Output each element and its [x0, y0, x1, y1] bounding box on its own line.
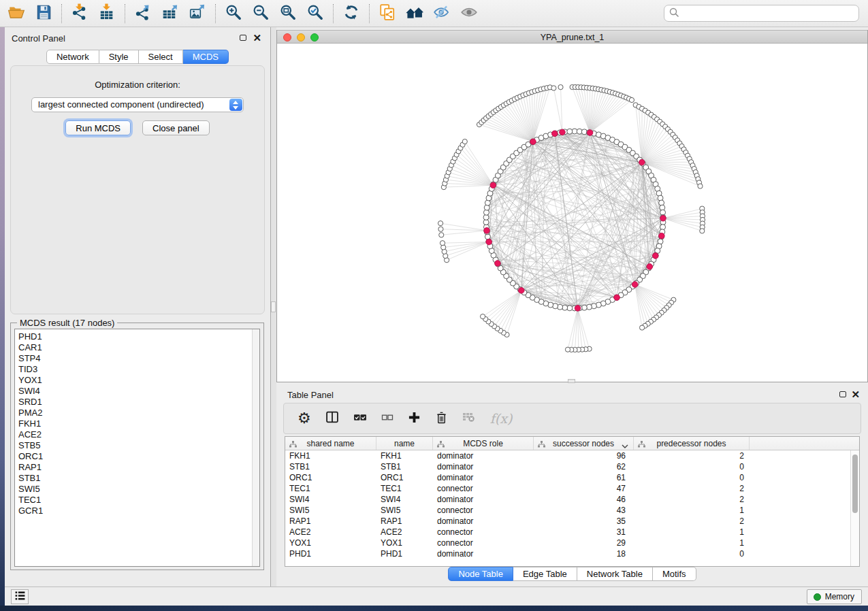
table-cell[interactable]: ACE2: [285, 527, 376, 538]
mcds-result-item[interactable]: RAP1: [18, 462, 250, 473]
close-panel-icon[interactable]: ✕: [851, 391, 860, 398]
close-panel-button[interactable]: Close panel: [142, 120, 210, 135]
table-scrollbar-thumb[interactable]: [852, 455, 858, 513]
table-row[interactable]: TEC1TEC1connector472: [285, 483, 859, 494]
mcds-result-item[interactable]: STB1: [18, 473, 250, 484]
fit-content-button[interactable]: [274, 3, 302, 24]
table-cell[interactable]: SWI4: [285, 494, 376, 505]
select-all-rows-button[interactable]: [353, 412, 367, 426]
mcds-result-item[interactable]: FKH1: [18, 418, 250, 429]
tab-node-table[interactable]: Node Table: [448, 567, 513, 581]
mcds-result-item[interactable]: TEC1: [18, 495, 250, 506]
table-cell[interactable]: 1: [634, 527, 750, 538]
network-canvas[interactable]: [277, 44, 867, 381]
zoom-selected-button[interactable]: [302, 3, 329, 24]
table-cell[interactable]: TEC1: [376, 483, 433, 494]
table-cell[interactable]: 61: [534, 472, 634, 483]
table-cell[interactable]: 0: [634, 461, 750, 472]
table-scrollbar[interactable]: [850, 450, 859, 566]
table-cell[interactable]: dominator: [433, 472, 534, 483]
table-cell[interactable]: STB1: [285, 461, 376, 472]
horizontal-splitter[interactable]: [276, 382, 868, 386]
close-panel-icon[interactable]: ✕: [253, 35, 261, 42]
mcds-result-item[interactable]: SWI5: [18, 484, 250, 495]
table-cell[interactable]: 2: [634, 494, 750, 505]
save-session-button[interactable]: [30, 3, 57, 24]
mcds-result-item[interactable]: YOX1: [18, 375, 250, 386]
table-cell[interactable]: 31: [534, 527, 634, 538]
table-cell[interactable]: STB1: [376, 461, 433, 472]
vertical-splitter[interactable]: [271, 27, 276, 587]
table-cell[interactable]: 43: [534, 505, 634, 516]
table-cell[interactable]: PHD1: [376, 548, 433, 559]
column-header-shared-name[interactable]: shared name: [285, 437, 376, 450]
table-row[interactable]: STB1STB1dominator620: [285, 461, 859, 472]
table-row[interactable]: YOX1YOX1connector291: [285, 538, 859, 548]
table-row[interactable]: SWI4SWI4dominator462: [285, 494, 859, 505]
table-cell[interactable]: ACE2: [376, 527, 433, 538]
table-cell[interactable]: 29: [534, 538, 634, 548]
table-cell[interactable]: 2: [634, 483, 750, 494]
table-cell[interactable]: ORC1: [376, 472, 433, 483]
table-cell[interactable]: 35: [534, 516, 634, 527]
table-cell[interactable]: dominator: [433, 548, 534, 559]
table-cell[interactable]: 2: [634, 516, 750, 527]
table-cell[interactable]: dominator: [433, 516, 534, 527]
create-column-button[interactable]: [408, 411, 421, 427]
table-cell[interactable]: FKH1: [376, 450, 433, 461]
table-cell[interactable]: 18: [534, 548, 634, 559]
table-cell[interactable]: RAP1: [376, 516, 433, 527]
table-row[interactable]: FKH1FKH1dominator962: [285, 450, 859, 461]
table-row[interactable]: PHD1PHD1dominator180: [285, 548, 859, 559]
zoom-in-button[interactable]: [220, 3, 247, 24]
tab-mcds[interactable]: MCDS: [183, 50, 229, 64]
export-network-button[interactable]: [129, 3, 157, 24]
mcds-result-item[interactable]: SRD1: [18, 397, 250, 408]
table-cell[interactable]: RAP1: [285, 516, 376, 527]
mcds-result-item[interactable]: PMA2: [18, 408, 250, 418]
tab-select[interactable]: Select: [139, 50, 183, 64]
table-cell[interactable]: YOX1: [285, 538, 376, 548]
deselect-all-rows-button[interactable]: [381, 412, 393, 425]
mcds-result-item[interactable]: ORC1: [18, 451, 250, 462]
run-mcds-button[interactable]: Run MCDS: [65, 120, 131, 135]
mcds-result-item[interactable]: GCR1: [18, 506, 250, 516]
splitter-grip[interactable]: [568, 379, 575, 383]
table-cell[interactable]: ORC1: [285, 472, 376, 483]
search-input[interactable]: [682, 6, 854, 20]
apply-function-button[interactable]: f(x): [490, 411, 513, 426]
tab-network-table[interactable]: Network Table: [577, 567, 653, 581]
mcds-result-item[interactable]: PHD1: [18, 331, 250, 342]
table-cell[interactable]: SWI5: [376, 505, 433, 516]
table-cell[interactable]: connector: [433, 483, 534, 494]
mcds-result-item[interactable]: STB5: [18, 440, 250, 451]
show-all-button[interactable]: [455, 3, 483, 24]
tab-edge-table[interactable]: Edge Table: [513, 567, 577, 581]
table-cell[interactable]: 2: [634, 450, 750, 461]
table-cell[interactable]: dominator: [433, 450, 534, 461]
table-cell[interactable]: YOX1: [376, 538, 433, 548]
task-history-button[interactable]: [11, 589, 29, 604]
import-network-button[interactable]: [66, 3, 93, 24]
column-header-predecessor-nodes[interactable]: predecessor nodes: [634, 437, 750, 450]
refresh-layout-button[interactable]: [338, 3, 365, 24]
splitter-grip[interactable]: [271, 301, 276, 312]
table-cell[interactable]: 62: [534, 461, 634, 472]
hide-selected-button[interactable]: [428, 3, 455, 24]
first-neighbors-button[interactable]: [401, 3, 428, 24]
mcds-result-item[interactable]: TID3: [18, 364, 250, 375]
show-columns-button[interactable]: [325, 410, 339, 427]
table-cell[interactable]: 0: [634, 548, 750, 559]
table-cell[interactable]: 1: [634, 538, 750, 548]
float-panel-icon[interactable]: [839, 391, 846, 397]
result-list-scrollbar[interactable]: [252, 329, 259, 566]
table-cell[interactable]: 96: [534, 450, 634, 461]
open-file-button[interactable]: [3, 3, 30, 24]
network-graph[interactable]: [277, 44, 867, 381]
duplicate-network-button[interactable]: [374, 3, 401, 24]
mcds-result-item[interactable]: SWI4: [18, 386, 250, 397]
float-panel-icon[interactable]: [240, 35, 246, 41]
table-cell[interactable]: TEC1: [285, 483, 376, 494]
column-header-name[interactable]: name: [376, 437, 433, 450]
table-cell[interactable]: 47: [534, 483, 634, 494]
